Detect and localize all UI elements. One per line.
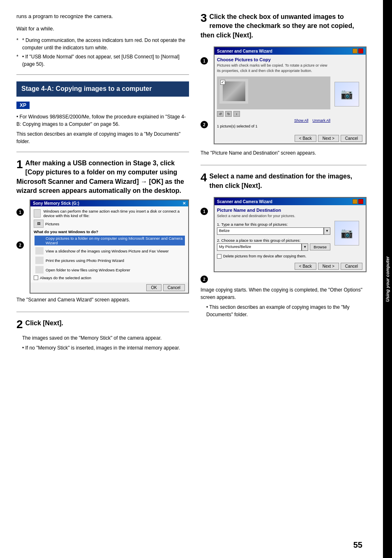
ok-button[interactable]: OK — [146, 284, 161, 291]
callout-4a: 1 — [201, 208, 208, 215]
dropdown-arrow-1[interactable]: ▼ — [324, 227, 330, 235]
thumbnail-checkbox[interactable]: ✓ — [220, 80, 225, 85]
step4-note1: Image copying starts. When the copying i… — [201, 286, 367, 301]
slideshow-icon — [35, 247, 44, 255]
top-note-2: • If "USB Mode Normal" does not appear, … — [16, 53, 189, 68]
xp-note: • For Windows 98/98SE/2000/Me, follow th… — [16, 113, 189, 128]
wizard4-back-btn[interactable]: < Back — [295, 263, 316, 270]
close-btn[interactable]: ✕ — [182, 201, 186, 206]
checkbox-row: Always do the selected action — [34, 276, 185, 280]
step-2-block: 2 Click [Next]. The images saved on the … — [16, 319, 189, 352]
action-list: Copy pictures to a folder on my computer… — [34, 236, 185, 274]
wizard3-cancel-btn[interactable]: Cancel — [341, 135, 362, 142]
form-input-1: Belize ▼ — [217, 227, 330, 235]
wizard3-back-btn[interactable]: < Back — [295, 135, 316, 142]
step-3-block: 3 Click the check box of unwanted images… — [201, 12, 367, 157]
scanner-wizard-step3: Scanner and Camera Wizard Choose Picture… — [214, 46, 367, 144]
thumbnail-area: ✓ — [219, 79, 248, 104]
dropdown-arrow-2[interactable]: ▼ — [302, 243, 308, 251]
step-2-heading: 2 Click [Next]. — [16, 319, 189, 330]
step3-screenshot-container: 1 2 Scanner and Camera Wizard — [201, 44, 367, 147]
delete-checkbox-row: Delete pictures from my device after cop… — [217, 254, 330, 259]
wizard4-desc: Select a name and destination for your p… — [217, 213, 330, 219]
thumbnail-image — [223, 81, 245, 101]
callout-4b: 2 — [201, 276, 208, 283]
input-destination[interactable]: My Pictures/Belize — [217, 243, 302, 251]
folder-icon — [35, 266, 44, 273]
xp-badge: XP — [16, 102, 30, 109]
copy-icon — [35, 237, 44, 244]
stage-box: Stage 4-A: Copying images to a computer — [16, 81, 189, 97]
divider-4 — [201, 165, 367, 165]
unmark-all-link[interactable]: Unmark All — [312, 118, 330, 123]
top-note-1: * During communication, the access indic… — [16, 37, 189, 51]
memory-titlebar: Sony Memory Stick (G:) ✕ — [30, 200, 188, 206]
top-line1: runs a program to recognize the camera. — [16, 12, 189, 21]
show-all-link[interactable]: Show All — [294, 118, 309, 123]
action-item-1[interactable]: View a slideshow of the images using Win… — [35, 247, 185, 255]
window-icon-row: 🖼 Pictures — [34, 220, 185, 228]
divider-2 — [16, 152, 189, 152]
step1-note-after: The "Scanner and Camera Wizard" screen a… — [16, 296, 189, 303]
step-3-heading: 3 Click the check box of unwanted images… — [201, 12, 367, 40]
step4-note2: • This section describes an example of c… — [201, 303, 367, 318]
step4-screenshot-container: 1 2 Scanner and Camera Wizard — [201, 194, 367, 283]
input-name[interactable]: Belize — [217, 227, 324, 235]
delete-checkbox[interactable] — [217, 254, 221, 259]
callout-1b: 2 — [16, 241, 24, 249]
memory-icon-row: Windows can perform the same action each… — [34, 209, 185, 218]
show-links: Show All Unmark All — [217, 118, 330, 123]
memory-stick-window: Sony Memory Stick (G:) ✕ Windows can per… — [30, 199, 189, 294]
action-item-2[interactable]: Print the pictures using Photo Printing … — [35, 256, 185, 264]
step2-note: • If no "Memory Stick" is inserted, imag… — [16, 344, 189, 352]
step-1-heading: 1 After making a USB connection in Stage… — [16, 159, 189, 196]
step-4-block: 4 Select a name and destination for the … — [201, 172, 367, 318]
window-footer: OK Cancel — [30, 282, 188, 293]
print-icon — [35, 257, 44, 264]
wizard3-desc: Pictures with check marks will be copied… — [217, 63, 330, 73]
window-prompt: What do you want Windows to do? — [34, 229, 185, 234]
step-3-number: 3 — [201, 12, 207, 24]
properties-icon[interactable]: i — [233, 111, 240, 117]
step-2-number: 2 — [16, 319, 23, 330]
cancel-button[interactable]: Cancel — [163, 284, 185, 291]
form-label-1: 1. Type a name for this group of picture… — [217, 222, 330, 227]
memory-content: Windows can perform the same action each… — [30, 206, 188, 282]
form-input-2: My Pictures/Belize ▼ — [217, 243, 308, 251]
scanner-titlebar-4: Scanner and Camera Wizard — [214, 198, 366, 205]
step-1-number: 1 — [16, 159, 23, 170]
wizard4-cancel-btn[interactable]: Cancel — [341, 263, 362, 270]
step-1-block: 1 After making a USB connection in Stage… — [16, 159, 189, 304]
always-checkbox[interactable] — [34, 276, 38, 280]
top-notes: * During communication, the access indic… — [16, 37, 189, 68]
divider-1 — [16, 74, 189, 75]
wizard4-next-btn[interactable]: Next > — [318, 263, 339, 270]
page-number: 55 — [353, 540, 362, 550]
scanner-titlebar-3: Scanner and Camera Wizard — [214, 47, 366, 55]
wizard-icon: 📷 — [334, 82, 359, 107]
status-text: 1 picture(s) selected of 1 — [217, 124, 330, 128]
step-4-heading: 4 Select a name and destination for the … — [201, 172, 367, 190]
callout-3b: 2 — [201, 121, 208, 128]
scanner-icons: ↺ ↻ i — [217, 111, 330, 117]
top-line2: Wait for a while. — [16, 25, 189, 33]
side-tab: Using your computer — [383, 0, 392, 558]
step3-note-after: The "Picture Name and Destination" scree… — [201, 149, 367, 157]
step-4-number: 4 — [201, 172, 207, 183]
action-item-0[interactable]: Copy pictures to a folder on my computer… — [35, 236, 185, 245]
wizard3-title: Choose Pictures to Copy — [217, 57, 330, 62]
window-text1: Windows can perform the same action each… — [43, 209, 185, 218]
memory-icon — [34, 209, 41, 218]
divider-3 — [16, 312, 189, 312]
delete-label: Delete pictures from my device after cop… — [223, 254, 307, 258]
wizard3-next-btn[interactable]: Next > — [318, 135, 339, 142]
scanner-wizard-step4: Scanner and Camera Wizard Picture Name a… — [214, 197, 367, 272]
form-label-2: 2. Choose a place to save this group of … — [217, 238, 330, 243]
rotate-left-icon[interactable]: ↺ — [217, 111, 224, 117]
browse-button[interactable]: Browse — [310, 243, 330, 250]
form-input-2-container: My Pictures/Belize ▼ Browse — [217, 243, 330, 251]
action-item-3[interactable]: Open folder to view files using Windows … — [35, 266, 185, 274]
form-row-1: 1. Type a name for this group of picture… — [217, 222, 330, 235]
callout-1a: 1 — [16, 208, 24, 216]
rotate-right-icon[interactable]: ↻ — [225, 111, 232, 117]
